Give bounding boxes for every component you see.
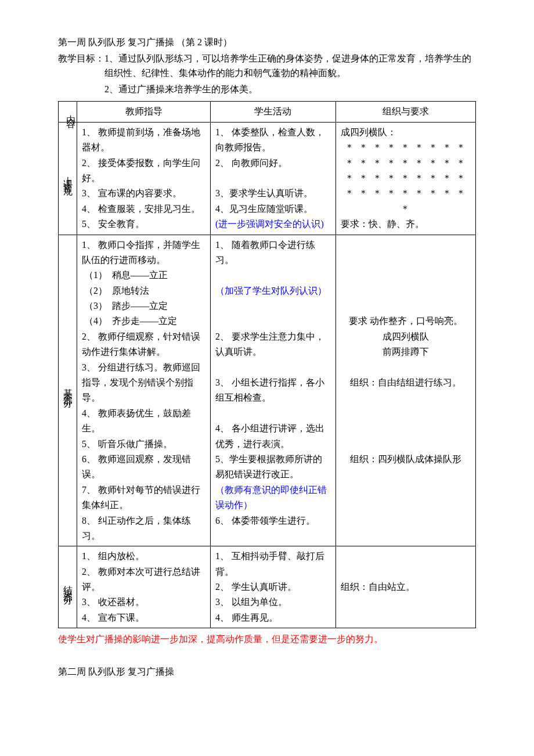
section-label-main: 基本部分 [59,235,77,546]
page-title: 第一周 队列队形 复习广播操 （第 2 课时） [58,35,476,50]
header-teacher: 教师指导 [77,102,211,122]
student-main-p2: 2、 要求学生注意力集中，认真听讲。 3、 小组长进行指挥，各小组互相检查。 4… [215,298,331,483]
student-main-note2: （教师有意识的即使纠正错误动作） [215,483,331,513]
lesson-plan-table: 内容 教师指导 学生活动 组织与要求 上课常规 1、 教师提前到场，准备场地器材… [58,101,476,628]
teaching-goal-1: 教学目标：1、通过队列队形练习，可以培养学生正确的身体姿势，促进身体的正常发育，… [58,51,476,81]
teaching-goal-2: 2、通过广播操来培养学生的形体美。 [58,82,476,97]
table-row: 基本部分 1、 教师口令指挥，并随学生队伍的行进而移动。 （1） 稍息——立正 … [59,235,476,546]
teacher-cell-main: 1、 教师口令指挥，并随学生队伍的行进而移动。 （1） 稍息——立正 （2） 原… [77,235,211,546]
section-label-end: 结束部分 [59,546,77,628]
org-formation-label: 成四列横队： [341,125,471,140]
student-cell-main: 1、 随着教师口令进行练习。 （加强了学生对队列认识） 2、 要求学生注意力集中… [211,235,336,546]
student-routine-note: (进一步强调对安全的认识) [215,217,331,232]
reflection-note: 使学生对广播操的影响进一步加深，提高动作质量，但是还需要进一步的努力。 [58,632,476,647]
header-student: 学生活动 [211,102,336,122]
table-header-row: 内容 教师指导 学生活动 组织与要求 [59,102,476,122]
teacher-cell-routine: 1、 教师提前到场，准备场地器材。 2、 接受体委报数，向学生问好。 3、 宣布… [77,122,211,235]
header-section: 内容 [59,102,77,122]
section-label-routine: 上课常规 [59,122,77,235]
student-main-p3: 6、 体委带领学生进行。 [215,513,331,528]
goal1-text: 1、通过队列队形练习，可以培养学生正确的身体姿势，促进身体的正常发育，培养学生的… [104,53,471,78]
table-row: 结束部分 1、 组内放松。 2、 教师对本次可进行总结讲评。 3、 收还器材。 … [59,546,476,628]
org-cell-main: 要求 动作整齐，口号响亮。 成四列横队 前两排蹲下 组织：自由结组进行练习。 组… [335,235,475,546]
formation-diagram: ＊ ＊ ＊ ＊ ＊ ＊ ＊ ＊ ＊ ＊ ＊ ＊ ＊ ＊ ＊ ＊ ＊ ＊ ＊ ＊ … [341,140,471,217]
header-org: 组织与要求 [335,102,475,122]
student-cell-end: 1、 互相抖动手臂、敲打后背。 2、 学生认真听讲。 3、 以组为单位。 4、 … [211,546,336,628]
org-cell-routine: 成四列横队： ＊ ＊ ＊ ＊ ＊ ＊ ＊ ＊ ＊ ＊ ＊ ＊ ＊ ＊ ＊ ＊ ＊… [335,122,475,235]
next-week-heading: 第二周 队列队形 复习广播操 [58,664,476,679]
student-routine-main: 1、 体委整队，检查人数，向教师报告。 2、 向教师问好。 3、要求学生认真听讲… [215,125,331,217]
table-row: 上课常规 1、 教师提前到场，准备场地器材。 2、 接受体委报数，向学生问好。 … [59,122,476,235]
teacher-cell-end: 1、 组内放松。 2、 教师对本次可进行总结讲评。 3、 收还器材。 4、 宣布… [77,546,211,628]
student-main-p1: 1、 随着教师口令进行练习。 [215,237,331,283]
goal-label: 教学目标： [58,53,104,63]
student-cell-routine: 1、 体委整队，检查人数，向教师报告。 2、 向教师问好。 3、要求学生认真听讲… [211,122,336,235]
student-main-note1: （加强了学生对队列认识） [215,283,331,298]
org-cell-end: 组织：自由站立。 [335,546,475,628]
org-requirement: 要求：快、静、齐。 [341,217,471,232]
